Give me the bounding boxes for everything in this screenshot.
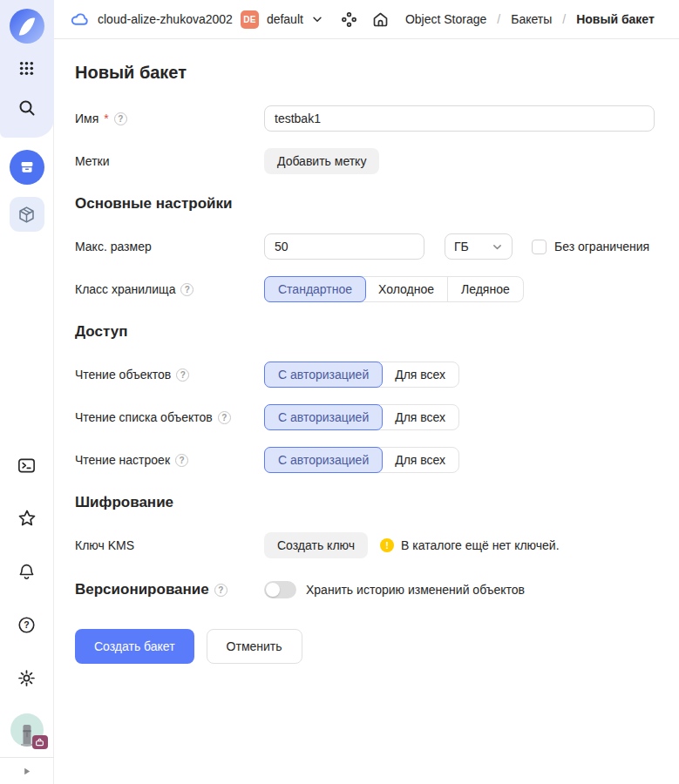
storage-class-option-standard[interactable]: Стандартное bbox=[264, 276, 366, 302]
federation-briefcase-badge bbox=[32, 735, 48, 749]
read-objects-label: Чтение объектов bbox=[75, 368, 171, 382]
breadcrumb-current: Новый бакет bbox=[576, 12, 655, 26]
cancel-button[interactable]: Отменить bbox=[207, 629, 302, 664]
labels-row: Метки Добавить метку bbox=[75, 148, 658, 174]
read-objects-segmented: С авторизацией Для всех bbox=[264, 362, 459, 388]
no-limit-label: Без ограничения bbox=[554, 240, 649, 253]
environment-badge: DE bbox=[241, 10, 259, 29]
versioning-toggle-label: Хранить историю изменений объектов bbox=[306, 583, 525, 597]
read-settings-help-icon[interactable]: ? bbox=[175, 454, 188, 467]
search-icon[interactable] bbox=[10, 91, 44, 125]
storage-class-row: Класс хранилища ? Стандартное Холодное Л… bbox=[75, 276, 658, 302]
read-list-option-auth[interactable]: С авторизацией bbox=[264, 404, 383, 430]
required-mark: * bbox=[104, 112, 108, 125]
favorites-star-icon[interactable] bbox=[10, 501, 44, 536]
kms-warning-text: В каталоге ещё нет ключей. bbox=[401, 538, 560, 552]
warning-icon: ! bbox=[380, 538, 394, 552]
versioning-label-group: Версионирование ? bbox=[75, 581, 264, 598]
labels-label: Метки bbox=[75, 154, 110, 168]
max-size-row: Макс. размер ГБ Без ограничения bbox=[75, 233, 658, 260]
form-actions: Создать бакет Отменить bbox=[75, 629, 658, 664]
add-label-button[interactable]: Добавить метку bbox=[264, 148, 379, 174]
storage-class-option-ice[interactable]: Ледяное bbox=[447, 277, 523, 301]
sidebar-expand-button[interactable] bbox=[0, 757, 54, 784]
kms-row: Ключ KMS Создать ключ ! В каталоге ещё н… bbox=[75, 532, 658, 558]
read-settings-row: Чтение настроек ? С авторизацией Для все… bbox=[75, 447, 658, 473]
read-list-label: Чтение списка объектов bbox=[75, 410, 213, 424]
read-settings-option-public[interactable]: Для всех bbox=[382, 448, 458, 472]
name-label-group: Имя * ? bbox=[75, 112, 264, 125]
section-main-settings: Основные настройки bbox=[75, 195, 658, 213]
read-list-option-public[interactable]: Для всех bbox=[382, 405, 458, 429]
max-size-label-group: Макс. размер bbox=[75, 240, 264, 253]
versioning-toggle[interactable] bbox=[264, 581, 296, 598]
read-settings-option-auth[interactable]: С авторизацией bbox=[264, 447, 383, 473]
yandex-cloud-logo[interactable] bbox=[10, 9, 44, 44]
chevron-down-icon bbox=[311, 13, 323, 25]
cli-terminal-icon[interactable] bbox=[10, 448, 44, 483]
breadcrumb-separator: / bbox=[562, 12, 566, 26]
read-settings-label-group: Чтение настроек ? bbox=[75, 453, 264, 467]
chevron-down-icon bbox=[492, 241, 503, 253]
name-label: Имя bbox=[75, 112, 98, 125]
breadcrumb-separator: / bbox=[497, 12, 500, 26]
resources-nodes-icon[interactable] bbox=[337, 7, 362, 31]
labels-label-group: Метки bbox=[75, 154, 264, 168]
section-access: Доступ bbox=[75, 323, 658, 341]
cloud-icon bbox=[70, 10, 90, 30]
sidebar-item-object-storage[interactable] bbox=[10, 150, 44, 185]
cloud-name: cloud-alize-zhukova2002 bbox=[98, 12, 233, 26]
cloud-folder-switcher[interactable]: cloud-alize-zhukova2002 DE default bbox=[70, 10, 323, 30]
read-list-segmented: С авторизацией Для всех bbox=[264, 404, 459, 430]
breadcrumb: Object Storage / Бакеты / Новый бакет bbox=[405, 12, 655, 26]
breadcrumb-buckets[interactable]: Бакеты bbox=[511, 12, 552, 26]
services-grid-icon[interactable] bbox=[10, 51, 44, 85]
kms-label-group: Ключ KMS bbox=[75, 538, 264, 552]
size-unit-select[interactable]: ГБ bbox=[445, 233, 513, 260]
sidebar: ? bbox=[0, 0, 54, 784]
no-limit-checkbox-group[interactable]: Без ограничения bbox=[532, 240, 649, 254]
read-settings-label: Чтение настроек bbox=[75, 453, 170, 467]
storage-class-label-group: Класс хранилища ? bbox=[75, 282, 264, 296]
versioning-help-icon[interactable]: ? bbox=[214, 584, 227, 597]
read-list-label-group: Чтение списка объектов ? bbox=[75, 410, 264, 424]
read-objects-option-auth[interactable]: С авторизацией bbox=[264, 362, 383, 388]
name-row: Имя * ? bbox=[75, 105, 658, 132]
kms-label: Ключ KMS bbox=[75, 538, 134, 552]
create-key-button[interactable]: Создать ключ bbox=[264, 532, 368, 558]
top-bar: cloud-alize-zhukova2002 DE default Objec… bbox=[54, 0, 679, 39]
sidebar-bottom-group: ? bbox=[10, 448, 44, 757]
max-size-label: Макс. размер bbox=[75, 240, 152, 253]
section-encryption: Шифрование bbox=[75, 494, 658, 511]
storage-class-option-cold[interactable]: Холодное bbox=[365, 277, 447, 301]
sidebar-item-container-service[interactable] bbox=[10, 197, 44, 232]
sidebar-top-panel bbox=[0, 0, 54, 138]
read-objects-label-group: Чтение объектов ? bbox=[75, 368, 264, 382]
storage-class-segmented: Стандартное Холодное Ледяное bbox=[264, 276, 524, 302]
read-settings-segmented: С авторизацией Для всех bbox=[264, 447, 459, 473]
settings-gear-icon[interactable] bbox=[10, 660, 44, 695]
no-limit-checkbox[interactable] bbox=[532, 240, 547, 254]
page-title: Новый бакет bbox=[75, 63, 658, 83]
storage-class-help-icon[interactable]: ? bbox=[180, 283, 194, 296]
read-list-row: Чтение списка объектов ? С авторизацией … bbox=[75, 404, 658, 430]
folder-name: default bbox=[267, 12, 303, 26]
read-objects-help-icon[interactable]: ? bbox=[176, 368, 189, 382]
storage-class-label: Класс хранилища bbox=[75, 282, 175, 296]
home-icon[interactable] bbox=[369, 7, 393, 31]
svg-text:?: ? bbox=[24, 619, 29, 630]
help-icon[interactable]: ? bbox=[10, 607, 44, 642]
name-help-icon[interactable]: ? bbox=[114, 112, 127, 125]
read-objects-option-public[interactable]: Для всех bbox=[382, 362, 458, 387]
versioning-label: Версионирование bbox=[75, 581, 209, 598]
max-size-input[interactable] bbox=[264, 233, 424, 260]
user-avatar[interactable] bbox=[10, 713, 44, 747]
kms-warning: ! В каталоге ещё нет ключей. bbox=[380, 538, 560, 552]
create-bucket-button[interactable]: Создать бакет bbox=[75, 629, 194, 664]
notifications-bell-icon[interactable] bbox=[10, 554, 44, 589]
read-list-help-icon[interactable]: ? bbox=[218, 411, 231, 424]
breadcrumb-object-storage[interactable]: Object Storage bbox=[405, 12, 486, 26]
read-objects-row: Чтение объектов ? С авторизацией Для все… bbox=[75, 362, 658, 388]
size-unit-value: ГБ bbox=[454, 240, 469, 253]
bucket-name-input[interactable] bbox=[264, 105, 655, 132]
